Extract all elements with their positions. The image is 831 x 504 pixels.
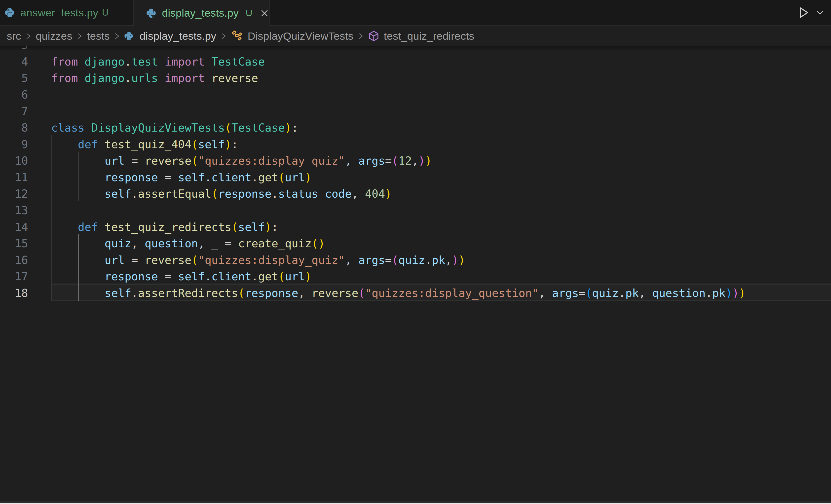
line-number: 4 xyxy=(0,54,28,70)
breadcrumb-item-class[interactable]: DisplayQuizViewTests xyxy=(231,30,353,42)
run-icon[interactable] xyxy=(797,6,810,19)
code-line[interactable]: response = self.client.get(url) xyxy=(51,169,312,186)
window-bottom-edge xyxy=(0,503,831,504)
line-number: 11 xyxy=(0,169,28,186)
breadcrumb-item-method[interactable]: test_quiz_redirects xyxy=(368,30,475,42)
line-number: 14 xyxy=(0,219,28,236)
scroll-top-shadow xyxy=(0,46,831,51)
tab-label: answer_tests.py xyxy=(20,7,98,19)
breadcrumb: src quizzes tests display_tests.py xyxy=(0,26,831,46)
line-number: 16 xyxy=(0,252,28,269)
tab-display-tests[interactable]: display_tests.py U xyxy=(134,0,269,26)
editor-actions xyxy=(797,0,831,25)
line-number: 10 xyxy=(0,153,28,169)
line-number: 12 xyxy=(0,186,28,202)
code-line[interactable]: self.assertRedirects(response, reverse("… xyxy=(51,285,746,302)
breadcrumb-item-file[interactable]: display_tests.py xyxy=(124,30,216,42)
breadcrumb-item-src[interactable]: src xyxy=(7,30,21,42)
line-number: 13 xyxy=(0,202,28,219)
code-line[interactable]: def test_quiz_404(self): xyxy=(51,136,238,153)
line-number: 6 xyxy=(0,87,28,103)
symbol-method-icon xyxy=(368,30,379,42)
python-file-icon xyxy=(5,7,14,18)
line-number: 5 xyxy=(0,70,28,87)
editor-tab-bar: answer_tests.py U display_tests.py U xyxy=(0,0,831,26)
code-line[interactable]: def test_quiz_redirects(self): xyxy=(51,219,278,236)
code-line[interactable]: self.assertEqual(response.status_code, 4… xyxy=(51,186,392,202)
chevron-right-icon xyxy=(221,32,226,40)
chevron-right-icon xyxy=(358,32,363,40)
chevron-right-icon xyxy=(26,32,31,40)
code-line[interactable]: from django.test import TestCase xyxy=(51,54,265,70)
line-number: 9 xyxy=(0,136,28,153)
chevron-right-icon xyxy=(114,32,120,40)
code-editor[interactable]: 3456789101112131415161718 from django.te… xyxy=(0,0,831,504)
tab-separator xyxy=(269,0,270,25)
breadcrumb-item-tests[interactable]: tests xyxy=(87,30,110,42)
symbol-class-icon xyxy=(231,30,243,42)
tab-git-status-badge: U xyxy=(246,8,252,18)
python-file-icon xyxy=(146,8,156,18)
tab-label: display_tests.py xyxy=(162,7,239,19)
tabbar-bottom-border xyxy=(0,25,831,26)
line-number: 18 xyxy=(0,285,28,302)
tab-git-status-badge: U xyxy=(102,7,109,18)
line-number: 7 xyxy=(0,103,28,120)
line-number: 17 xyxy=(0,268,28,285)
code-line[interactable]: url = reverse("quizzes:display_quiz", ar… xyxy=(51,153,432,169)
code-line[interactable]: from django.urls import reverse xyxy=(51,70,258,87)
code-line[interactable]: quiz, question, _ = create_quiz() xyxy=(51,235,325,252)
code-line[interactable]: url = reverse("quizzes:display_quiz", ar… xyxy=(51,252,465,269)
close-icon[interactable] xyxy=(260,9,269,18)
tab-answer-tests[interactable]: answer_tests.py U xyxy=(0,0,133,25)
line-number: 15 xyxy=(0,235,28,252)
line-number: 8 xyxy=(0,120,28,136)
chevron-down-icon[interactable] xyxy=(816,8,824,17)
code-line[interactable]: class DisplayQuizViewTests(TestCase): xyxy=(51,120,298,136)
code-line[interactable]: response = self.client.get(url) xyxy=(51,268,312,285)
breadcrumb-item-quizzes[interactable]: quizzes xyxy=(36,30,72,42)
python-file-icon xyxy=(124,31,133,41)
chevron-right-icon xyxy=(77,32,82,40)
